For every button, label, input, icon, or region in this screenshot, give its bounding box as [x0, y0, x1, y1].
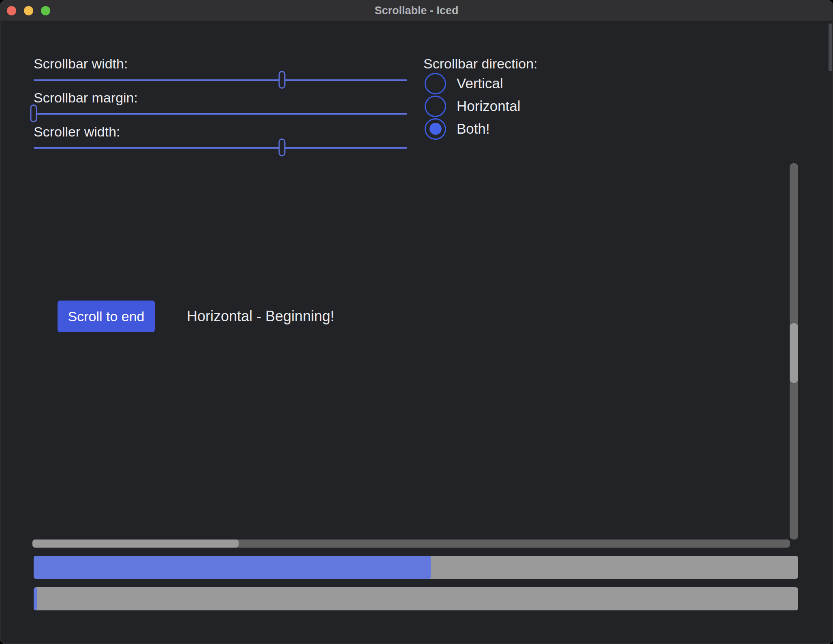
- progress-bar-vertical-fill: [34, 587, 37, 610]
- scroll-to-end-button[interactable]: Scroll to end: [58, 301, 155, 332]
- radio-option-vertical[interactable]: Vertical: [425, 72, 521, 95]
- horizontal-scrollbar-thumb[interactable]: [32, 540, 239, 548]
- slider-track[interactable]: [34, 79, 407, 81]
- radio-circle[interactable]: [425, 73, 446, 94]
- scrollbar-direction-group: Vertical Horizontal Both!: [425, 72, 521, 140]
- scrollbar-margin-label: Scrollbar margin:: [34, 90, 138, 106]
- radio-dot: [429, 77, 442, 90]
- radio-dot: [429, 100, 442, 112]
- progress-bar-horizontal: [34, 556, 798, 579]
- scrollbar-width-label: Scrollbar width:: [34, 56, 128, 72]
- slider-track[interactable]: [34, 147, 407, 149]
- radio-label[interactable]: Horizontal: [457, 98, 521, 114]
- outer-scrollbar-thumb[interactable]: [829, 23, 832, 71]
- titlebar: Scrollable - Iced: [0, 0, 833, 22]
- scroll-status-text: Horizontal - Beginning!: [187, 307, 334, 325]
- radio-circle[interactable]: [425, 118, 446, 140]
- radio-option-horizontal[interactable]: Horizontal: [425, 95, 521, 117]
- horizontal-scrollbar-rail[interactable]: [32, 540, 790, 548]
- radio-option-both[interactable]: Both!: [425, 117, 521, 140]
- app-window: Scrollable - Iced Scrollbar width: Scrol…: [0, 0, 833, 644]
- window-title: Scrollable - Iced: [0, 0, 833, 21]
- vertical-scrollbar-rail[interactable]: [790, 163, 798, 540]
- scroller-width-slider[interactable]: [34, 139, 407, 157]
- progress-bar-horizontal-fill: [34, 556, 431, 579]
- scroller-width-label: Scroller width:: [34, 124, 120, 140]
- radio-circle[interactable]: [425, 96, 446, 117]
- slider-handle[interactable]: [30, 104, 37, 122]
- slider-handle[interactable]: [279, 71, 286, 89]
- scrollbar-width-slider[interactable]: [34, 71, 407, 90]
- slider-handle[interactable]: [279, 139, 286, 156]
- vertical-scrollbar-thumb[interactable]: [790, 323, 798, 383]
- scrollbar-direction-label: Scrollbar direction:: [423, 56, 538, 72]
- progress-bar-vertical: [34, 587, 798, 610]
- radio-dot: [429, 123, 442, 135]
- radio-label[interactable]: Vertical: [457, 75, 503, 92]
- scrollbar-margin-slider[interactable]: [34, 104, 407, 123]
- radio-label[interactable]: Both!: [457, 121, 490, 137]
- slider-track[interactable]: [34, 113, 407, 115]
